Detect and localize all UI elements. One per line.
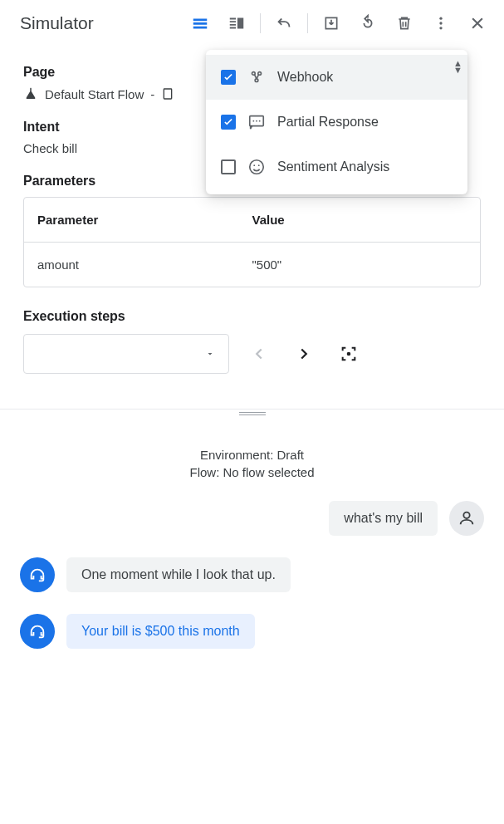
- person-icon: [458, 509, 476, 527]
- chevron-left-icon: [250, 345, 268, 363]
- svg-point-0: [439, 17, 442, 19]
- svg-point-4: [347, 352, 351, 356]
- chat-meta: Environment: Draft Flow: No flow selecte…: [0, 446, 504, 481]
- chevron-right-icon: [295, 345, 313, 363]
- next-step-button[interactable]: [289, 339, 319, 369]
- prev-step-button[interactable]: [244, 339, 274, 369]
- flow-selected-label: Flow: No flow selected: [0, 464, 504, 481]
- bot-message-row: Your bill is $500 this month: [20, 614, 484, 649]
- list-lines-icon: [191, 14, 209, 32]
- chat-area: what's my bill One moment while I look t…: [0, 481, 504, 649]
- svg-point-8: [255, 79, 258, 82]
- drag-handle[interactable]: [239, 412, 266, 417]
- separator: [260, 13, 261, 33]
- execution-step-select[interactable]: [23, 334, 229, 374]
- bot-message-bubble: Your bill is $500 this month: [66, 614, 255, 649]
- svg-point-2: [439, 27, 442, 29]
- page-icon: [161, 86, 174, 101]
- download-icon: [323, 15, 340, 32]
- split-view-icon: [228, 14, 246, 32]
- flow-icon: [23, 86, 38, 101]
- bot-message-row: One moment while I look that up.: [20, 557, 484, 592]
- execution-controls: [23, 334, 481, 374]
- flow-name: Default Start Flow: [45, 87, 144, 101]
- svg-point-5: [463, 513, 469, 518]
- svg-rect-3: [164, 89, 172, 99]
- focus-button[interactable]: [334, 339, 364, 369]
- headset-icon: [28, 566, 46, 584]
- param-cell: amount: [37, 258, 252, 272]
- view-split-button[interactable]: [220, 7, 253, 40]
- value-header: Value: [252, 213, 467, 227]
- svg-point-12: [259, 120, 261, 122]
- bot-message-bubble: One moment while I look that up.: [66, 557, 291, 592]
- parameters-table: Parameter Value amount "500": [23, 197, 481, 287]
- view-list-button[interactable]: [183, 7, 217, 40]
- delete-button[interactable]: [388, 7, 421, 40]
- undo-icon: [275, 14, 293, 32]
- param-header: Parameter: [37, 213, 252, 227]
- webhook-icon: [247, 68, 266, 86]
- popover-item-label: Webhook: [277, 70, 333, 85]
- svg-point-1: [439, 22, 442, 24]
- panel-divider: [0, 409, 504, 410]
- chat-icon: [247, 113, 266, 131]
- page-sep: -: [150, 87, 154, 101]
- user-avatar: [449, 501, 484, 536]
- check-icon: [223, 71, 234, 83]
- replay-icon: [359, 14, 377, 32]
- headset-icon: [28, 622, 46, 640]
- toolbar: Simulator: [0, 0, 504, 47]
- svg-point-13: [250, 160, 264, 174]
- separator: [307, 13, 308, 33]
- svg-point-15: [258, 164, 260, 166]
- table-row: amount "500": [24, 243, 480, 287]
- toolbar-icons: [183, 7, 494, 40]
- popover-item-partial-response[interactable]: Partial Response: [206, 100, 467, 145]
- popover-item-label: Partial Response: [277, 115, 379, 130]
- close-icon: [469, 15, 486, 32]
- user-message-row: what's my bill: [20, 501, 484, 536]
- svg-point-11: [256, 120, 257, 122]
- bot-avatar: [20, 557, 55, 592]
- more-button[interactable]: [424, 7, 458, 40]
- checkbox-partial-response[interactable]: [221, 115, 236, 130]
- more-vert-icon: [433, 15, 449, 32]
- close-button[interactable]: [461, 7, 494, 40]
- checkbox-webhook[interactable]: [221, 70, 236, 85]
- trash-icon: [396, 15, 413, 32]
- chevron-down-icon: [205, 349, 215, 359]
- popover-item-label: Sentiment Analysis: [277, 159, 389, 174]
- user-message-bubble: what's my bill: [329, 501, 438, 536]
- bot-avatar: [20, 614, 55, 649]
- replay-button[interactable]: [351, 7, 384, 40]
- popover-item-webhook[interactable]: Webhook: [206, 55, 467, 100]
- svg-point-10: [252, 120, 254, 122]
- check-icon: [223, 116, 234, 128]
- svg-point-14: [253, 164, 255, 166]
- smile-icon: [247, 158, 266, 176]
- download-button[interactable]: [315, 7, 348, 40]
- simulator-title: Simulator: [20, 13, 183, 33]
- checkbox-sentiment[interactable]: [221, 159, 236, 174]
- options-popover: ▲▼ Webhook Partial Response Sentiment An…: [206, 50, 467, 194]
- environment-label: Environment: Draft: [0, 446, 504, 464]
- execution-label: Execution steps: [23, 309, 481, 324]
- value-cell: "500": [252, 258, 467, 272]
- undo-button[interactable]: [267, 7, 301, 40]
- parameters-header: Parameter Value: [24, 198, 480, 243]
- popover-item-sentiment[interactable]: Sentiment Analysis: [206, 145, 467, 189]
- popover-scroll-indicator[interactable]: ▲▼: [453, 60, 462, 73]
- center-focus-icon: [340, 345, 358, 363]
